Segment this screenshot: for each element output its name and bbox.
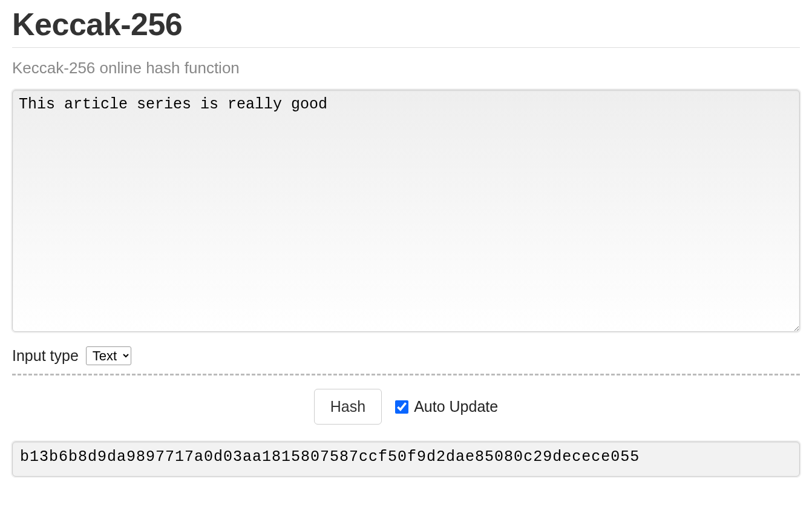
auto-update-checkbox[interactable] <box>395 400 408 414</box>
page-subtitle: Keccak-256 online hash function <box>12 59 800 78</box>
input-type-row: Input type Text <box>12 346 800 365</box>
auto-update-group: Auto Update <box>393 398 498 415</box>
auto-update-label: Auto Update <box>414 398 498 415</box>
hash-output: b13b6b8d9da9897717a0d03aa1815807587ccf50… <box>12 442 800 477</box>
section-divider <box>12 374 800 375</box>
input-type-label: Input type <box>12 347 79 365</box>
hash-input[interactable] <box>12 90 800 332</box>
page-title: Keccak-256 <box>12 6 800 42</box>
hash-button[interactable]: Hash <box>314 389 382 425</box>
title-divider <box>12 47 800 48</box>
input-type-select[interactable]: Text <box>86 346 131 365</box>
controls-row: Hash Auto Update <box>12 389 800 425</box>
